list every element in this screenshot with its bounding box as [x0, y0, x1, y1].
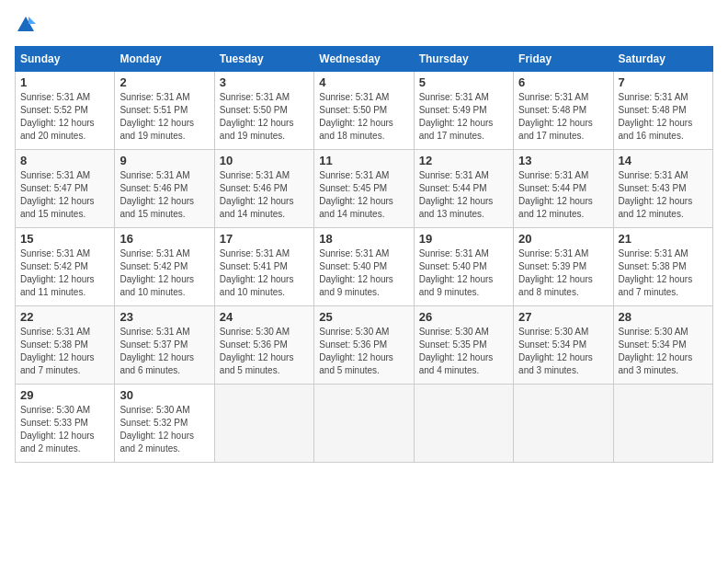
day-number: 16 [119, 232, 209, 246]
day-number: 19 [419, 232, 508, 246]
day-info: Sunrise: 5:31 AM Sunset: 5:48 PM Dayligh… [619, 91, 708, 143]
calendar-cell: 1 Sunrise: 5:31 AM Sunset: 5:52 PM Dayli… [16, 72, 115, 150]
calendar-body: 1 Sunrise: 5:31 AM Sunset: 5:52 PM Dayli… [16, 72, 713, 463]
calendar-cell [613, 385, 712, 463]
day-info: Sunrise: 5:31 AM Sunset: 5:37 PM Dayligh… [119, 326, 209, 377]
day-info: Sunrise: 5:30 AM Sunset: 5:35 PM Dayligh… [419, 326, 508, 377]
day-info: Sunrise: 5:31 AM Sunset: 5:45 PM Dayligh… [319, 169, 408, 221]
day-info: Sunrise: 5:31 AM Sunset: 5:46 PM Dayligh… [119, 169, 209, 221]
day-number: 11 [319, 154, 408, 167]
day-info: Sunrise: 5:31 AM Sunset: 5:52 PM Dayligh… [20, 91, 109, 143]
day-number: 17 [220, 232, 309, 246]
day-number: 21 [619, 232, 708, 246]
calendar-cell: 30 Sunrise: 5:30 AM Sunset: 5:32 PM Dayl… [115, 385, 214, 463]
day-number: 14 [619, 154, 708, 167]
day-info: Sunrise: 5:31 AM Sunset: 5:40 PM Dayligh… [419, 247, 508, 299]
calendar-cell: 8 Sunrise: 5:31 AM Sunset: 5:47 PM Dayli… [16, 150, 115, 228]
weekday-header-row: SundayMondayTuesdayWednesdayThursdayFrid… [16, 47, 713, 72]
day-info: Sunrise: 5:31 AM Sunset: 5:42 PM Dayligh… [119, 247, 209, 299]
day-info: Sunrise: 5:30 AM Sunset: 5:36 PM Dayligh… [220, 326, 309, 377]
calendar-cell: 9 Sunrise: 5:31 AM Sunset: 5:46 PM Dayli… [115, 150, 214, 228]
day-number: 7 [619, 75, 708, 89]
calendar-header: SundayMondayTuesdayWednesdayThursdayFrid… [16, 47, 713, 72]
day-info: Sunrise: 5:31 AM Sunset: 5:51 PM Dayligh… [119, 91, 209, 143]
calendar-table: SundayMondayTuesdayWednesdayThursdayFrid… [15, 46, 713, 463]
day-info: Sunrise: 5:30 AM Sunset: 5:34 PM Dayligh… [619, 326, 708, 377]
page-header [15, 15, 713, 35]
logo [15, 15, 36, 35]
weekday-header-thursday: Thursday [414, 47, 513, 72]
day-number: 2 [119, 75, 209, 89]
day-info: Sunrise: 5:31 AM Sunset: 5:40 PM Dayligh… [319, 247, 408, 299]
calendar-cell: 6 Sunrise: 5:31 AM Sunset: 5:48 PM Dayli… [514, 72, 613, 150]
day-number: 1 [20, 75, 109, 89]
day-info: Sunrise: 5:31 AM Sunset: 5:46 PM Dayligh… [220, 169, 309, 221]
calendar-cell: 17 Sunrise: 5:31 AM Sunset: 5:41 PM Dayl… [214, 228, 313, 306]
day-number: 15 [20, 232, 109, 246]
weekday-header-sunday: Sunday [16, 47, 115, 72]
calendar-cell: 23 Sunrise: 5:31 AM Sunset: 5:37 PM Dayl… [115, 306, 214, 385]
day-number: 26 [419, 310, 508, 324]
calendar-cell: 7 Sunrise: 5:31 AM Sunset: 5:48 PM Dayli… [613, 72, 712, 150]
logo-icon [16, 15, 36, 35]
day-number: 12 [419, 154, 508, 167]
day-info: Sunrise: 5:31 AM Sunset: 5:48 PM Dayligh… [518, 91, 608, 143]
calendar-cell: 27 Sunrise: 5:30 AM Sunset: 5:34 PM Dayl… [514, 306, 613, 385]
day-number: 6 [518, 75, 608, 89]
calendar-week-1: 1 Sunrise: 5:31 AM Sunset: 5:52 PM Dayli… [16, 72, 713, 150]
calendar-cell: 26 Sunrise: 5:30 AM Sunset: 5:35 PM Dayl… [414, 306, 513, 385]
day-info: Sunrise: 5:30 AM Sunset: 5:36 PM Dayligh… [319, 326, 408, 377]
calendar-cell: 10 Sunrise: 5:31 AM Sunset: 5:46 PM Dayl… [214, 150, 313, 228]
weekday-header-saturday: Saturday [613, 47, 712, 72]
calendar-cell: 25 Sunrise: 5:30 AM Sunset: 5:36 PM Dayl… [314, 306, 414, 385]
day-info: Sunrise: 5:31 AM Sunset: 5:50 PM Dayligh… [319, 91, 408, 143]
weekday-header-wednesday: Wednesday [314, 47, 414, 72]
day-number: 22 [20, 310, 109, 324]
calendar-week-5: 29 Sunrise: 5:30 AM Sunset: 5:33 PM Dayl… [16, 385, 713, 463]
calendar-cell: 19 Sunrise: 5:31 AM Sunset: 5:40 PM Dayl… [414, 228, 513, 306]
calendar-cell: 5 Sunrise: 5:31 AM Sunset: 5:49 PM Dayli… [414, 72, 513, 150]
day-number: 9 [119, 154, 209, 167]
calendar-cell: 18 Sunrise: 5:31 AM Sunset: 5:40 PM Dayl… [314, 228, 414, 306]
day-number: 13 [518, 154, 608, 167]
weekday-header-tuesday: Tuesday [214, 47, 313, 72]
calendar-cell: 4 Sunrise: 5:31 AM Sunset: 5:50 PM Dayli… [314, 72, 414, 150]
day-number: 4 [319, 75, 408, 89]
day-info: Sunrise: 5:30 AM Sunset: 5:34 PM Dayligh… [518, 326, 608, 377]
day-info: Sunrise: 5:31 AM Sunset: 5:47 PM Dayligh… [20, 169, 109, 221]
day-info: Sunrise: 5:30 AM Sunset: 5:33 PM Dayligh… [20, 404, 109, 455]
day-number: 23 [119, 310, 209, 324]
day-number: 5 [419, 75, 508, 89]
day-number: 18 [319, 232, 408, 246]
day-number: 24 [220, 310, 309, 324]
calendar-cell: 13 Sunrise: 5:31 AM Sunset: 5:44 PM Dayl… [514, 150, 613, 228]
day-info: Sunrise: 5:31 AM Sunset: 5:38 PM Dayligh… [20, 326, 109, 377]
day-number: 20 [518, 232, 608, 246]
day-number: 10 [220, 154, 309, 167]
day-info: Sunrise: 5:31 AM Sunset: 5:41 PM Dayligh… [220, 247, 309, 299]
day-number: 8 [20, 154, 109, 167]
calendar-cell: 3 Sunrise: 5:31 AM Sunset: 5:50 PM Dayli… [214, 72, 313, 150]
day-info: Sunrise: 5:31 AM Sunset: 5:44 PM Dayligh… [518, 169, 608, 221]
day-number: 29 [20, 388, 109, 402]
day-info: Sunrise: 5:31 AM Sunset: 5:38 PM Dayligh… [619, 247, 708, 299]
day-number: 3 [220, 75, 309, 89]
calendar-cell: 12 Sunrise: 5:31 AM Sunset: 5:44 PM Dayl… [414, 150, 513, 228]
calendar-cell: 28 Sunrise: 5:30 AM Sunset: 5:34 PM Dayl… [613, 306, 712, 385]
day-info: Sunrise: 5:30 AM Sunset: 5:32 PM Dayligh… [119, 404, 209, 455]
calendar-cell: 14 Sunrise: 5:31 AM Sunset: 5:43 PM Dayl… [613, 150, 712, 228]
calendar-cell: 11 Sunrise: 5:31 AM Sunset: 5:45 PM Dayl… [314, 150, 414, 228]
calendar-week-4: 22 Sunrise: 5:31 AM Sunset: 5:38 PM Dayl… [16, 306, 713, 385]
svg-marker-1 [28, 17, 36, 24]
day-number: 27 [518, 310, 608, 324]
calendar-cell: 15 Sunrise: 5:31 AM Sunset: 5:42 PM Dayl… [16, 228, 115, 306]
day-info: Sunrise: 5:31 AM Sunset: 5:44 PM Dayligh… [419, 169, 508, 221]
calendar-cell: 24 Sunrise: 5:30 AM Sunset: 5:36 PM Dayl… [214, 306, 313, 385]
day-info: Sunrise: 5:31 AM Sunset: 5:42 PM Dayligh… [20, 247, 109, 299]
day-info: Sunrise: 5:31 AM Sunset: 5:49 PM Dayligh… [419, 91, 508, 143]
calendar-cell: 29 Sunrise: 5:30 AM Sunset: 5:33 PM Dayl… [16, 385, 115, 463]
weekday-header-monday: Monday [115, 47, 214, 72]
day-number: 30 [119, 388, 209, 402]
calendar-cell [414, 385, 513, 463]
day-info: Sunrise: 5:31 AM Sunset: 5:50 PM Dayligh… [220, 91, 309, 143]
